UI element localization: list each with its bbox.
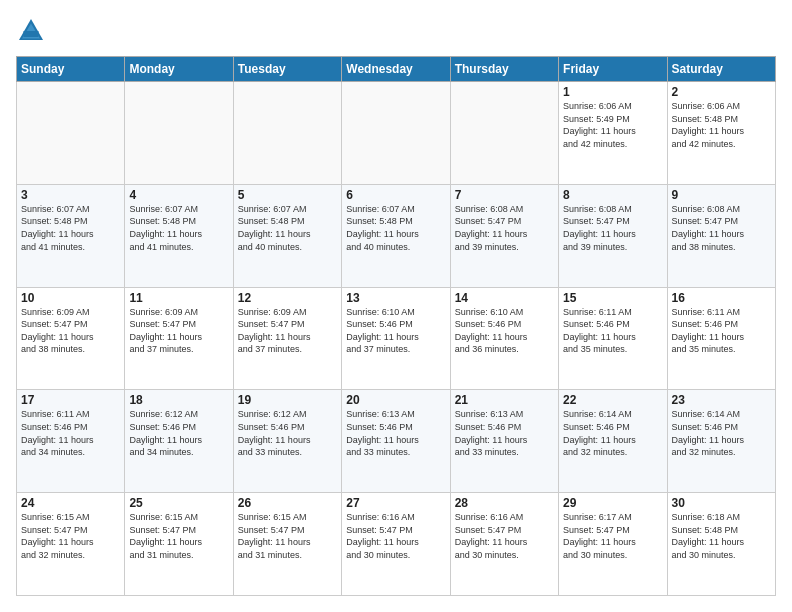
- calendar-cell: [17, 82, 125, 185]
- logo-icon: [16, 16, 46, 46]
- day-info: Sunrise: 6:14 AM Sunset: 5:46 PM Dayligh…: [672, 408, 771, 458]
- weekday-header-friday: Friday: [559, 57, 667, 82]
- calendar-cell: 6Sunrise: 6:07 AM Sunset: 5:48 PM Daylig…: [342, 184, 450, 287]
- day-number: 4: [129, 188, 228, 202]
- day-info: Sunrise: 6:14 AM Sunset: 5:46 PM Dayligh…: [563, 408, 662, 458]
- calendar-cell: [342, 82, 450, 185]
- calendar-cell: 12Sunrise: 6:09 AM Sunset: 5:47 PM Dayli…: [233, 287, 341, 390]
- calendar-cell: 11Sunrise: 6:09 AM Sunset: 5:47 PM Dayli…: [125, 287, 233, 390]
- weekday-header-saturday: Saturday: [667, 57, 775, 82]
- day-info: Sunrise: 6:12 AM Sunset: 5:46 PM Dayligh…: [129, 408, 228, 458]
- day-info: Sunrise: 6:12 AM Sunset: 5:46 PM Dayligh…: [238, 408, 337, 458]
- weekday-header-thursday: Thursday: [450, 57, 558, 82]
- day-number: 30: [672, 496, 771, 510]
- day-info: Sunrise: 6:16 AM Sunset: 5:47 PM Dayligh…: [346, 511, 445, 561]
- day-info: Sunrise: 6:08 AM Sunset: 5:47 PM Dayligh…: [455, 203, 554, 253]
- day-number: 10: [21, 291, 120, 305]
- day-info: Sunrise: 6:18 AM Sunset: 5:48 PM Dayligh…: [672, 511, 771, 561]
- calendar-cell: [233, 82, 341, 185]
- weekday-header-wednesday: Wednesday: [342, 57, 450, 82]
- calendar-cell: 9Sunrise: 6:08 AM Sunset: 5:47 PM Daylig…: [667, 184, 775, 287]
- day-info: Sunrise: 6:09 AM Sunset: 5:47 PM Dayligh…: [21, 306, 120, 356]
- calendar-cell: 2Sunrise: 6:06 AM Sunset: 5:48 PM Daylig…: [667, 82, 775, 185]
- calendar-cell: 23Sunrise: 6:14 AM Sunset: 5:46 PM Dayli…: [667, 390, 775, 493]
- calendar-cell: 26Sunrise: 6:15 AM Sunset: 5:47 PM Dayli…: [233, 493, 341, 596]
- day-info: Sunrise: 6:07 AM Sunset: 5:48 PM Dayligh…: [346, 203, 445, 253]
- calendar-cell: 27Sunrise: 6:16 AM Sunset: 5:47 PM Dayli…: [342, 493, 450, 596]
- day-number: 17: [21, 393, 120, 407]
- day-info: Sunrise: 6:16 AM Sunset: 5:47 PM Dayligh…: [455, 511, 554, 561]
- day-number: 25: [129, 496, 228, 510]
- calendar-cell: 8Sunrise: 6:08 AM Sunset: 5:47 PM Daylig…: [559, 184, 667, 287]
- day-info: Sunrise: 6:08 AM Sunset: 5:47 PM Dayligh…: [672, 203, 771, 253]
- day-number: 2: [672, 85, 771, 99]
- calendar-cell: [450, 82, 558, 185]
- day-number: 7: [455, 188, 554, 202]
- calendar-cell: 4Sunrise: 6:07 AM Sunset: 5:48 PM Daylig…: [125, 184, 233, 287]
- day-info: Sunrise: 6:07 AM Sunset: 5:48 PM Dayligh…: [238, 203, 337, 253]
- day-info: Sunrise: 6:15 AM Sunset: 5:47 PM Dayligh…: [129, 511, 228, 561]
- calendar-cell: 20Sunrise: 6:13 AM Sunset: 5:46 PM Dayli…: [342, 390, 450, 493]
- calendar-cell: 30Sunrise: 6:18 AM Sunset: 5:48 PM Dayli…: [667, 493, 775, 596]
- day-number: 22: [563, 393, 662, 407]
- day-info: Sunrise: 6:11 AM Sunset: 5:46 PM Dayligh…: [563, 306, 662, 356]
- day-info: Sunrise: 6:13 AM Sunset: 5:46 PM Dayligh…: [346, 408, 445, 458]
- calendar-cell: 13Sunrise: 6:10 AM Sunset: 5:46 PM Dayli…: [342, 287, 450, 390]
- day-number: 26: [238, 496, 337, 510]
- calendar-cell: 16Sunrise: 6:11 AM Sunset: 5:46 PM Dayli…: [667, 287, 775, 390]
- day-info: Sunrise: 6:11 AM Sunset: 5:46 PM Dayligh…: [21, 408, 120, 458]
- day-number: 27: [346, 496, 445, 510]
- day-info: Sunrise: 6:10 AM Sunset: 5:46 PM Dayligh…: [346, 306, 445, 356]
- calendar-cell: 3Sunrise: 6:07 AM Sunset: 5:48 PM Daylig…: [17, 184, 125, 287]
- day-number: 20: [346, 393, 445, 407]
- calendar-cell: 19Sunrise: 6:12 AM Sunset: 5:46 PM Dayli…: [233, 390, 341, 493]
- calendar-cell: 25Sunrise: 6:15 AM Sunset: 5:47 PM Dayli…: [125, 493, 233, 596]
- day-number: 11: [129, 291, 228, 305]
- calendar-table: SundayMondayTuesdayWednesdayThursdayFrid…: [16, 56, 776, 596]
- day-number: 9: [672, 188, 771, 202]
- day-info: Sunrise: 6:10 AM Sunset: 5:46 PM Dayligh…: [455, 306, 554, 356]
- header: [16, 16, 776, 46]
- day-info: Sunrise: 6:07 AM Sunset: 5:48 PM Dayligh…: [21, 203, 120, 253]
- day-number: 8: [563, 188, 662, 202]
- day-number: 29: [563, 496, 662, 510]
- calendar-cell: 28Sunrise: 6:16 AM Sunset: 5:47 PM Dayli…: [450, 493, 558, 596]
- calendar-cell: 1Sunrise: 6:06 AM Sunset: 5:49 PM Daylig…: [559, 82, 667, 185]
- logo: [16, 16, 50, 46]
- day-info: Sunrise: 6:13 AM Sunset: 5:46 PM Dayligh…: [455, 408, 554, 458]
- calendar-cell: 15Sunrise: 6:11 AM Sunset: 5:46 PM Dayli…: [559, 287, 667, 390]
- day-number: 18: [129, 393, 228, 407]
- day-number: 1: [563, 85, 662, 99]
- day-number: 28: [455, 496, 554, 510]
- day-info: Sunrise: 6:06 AM Sunset: 5:48 PM Dayligh…: [672, 100, 771, 150]
- day-number: 3: [21, 188, 120, 202]
- day-info: Sunrise: 6:09 AM Sunset: 5:47 PM Dayligh…: [129, 306, 228, 356]
- day-info: Sunrise: 6:06 AM Sunset: 5:49 PM Dayligh…: [563, 100, 662, 150]
- day-number: 21: [455, 393, 554, 407]
- day-number: 14: [455, 291, 554, 305]
- day-info: Sunrise: 6:17 AM Sunset: 5:47 PM Dayligh…: [563, 511, 662, 561]
- calendar-cell: 17Sunrise: 6:11 AM Sunset: 5:46 PM Dayli…: [17, 390, 125, 493]
- weekday-header-sunday: Sunday: [17, 57, 125, 82]
- calendar-cell: 18Sunrise: 6:12 AM Sunset: 5:46 PM Dayli…: [125, 390, 233, 493]
- day-info: Sunrise: 6:15 AM Sunset: 5:47 PM Dayligh…: [238, 511, 337, 561]
- day-number: 13: [346, 291, 445, 305]
- day-info: Sunrise: 6:07 AM Sunset: 5:48 PM Dayligh…: [129, 203, 228, 253]
- day-number: 16: [672, 291, 771, 305]
- page: SundayMondayTuesdayWednesdayThursdayFrid…: [0, 0, 792, 612]
- day-info: Sunrise: 6:15 AM Sunset: 5:47 PM Dayligh…: [21, 511, 120, 561]
- day-number: 19: [238, 393, 337, 407]
- calendar-cell: 24Sunrise: 6:15 AM Sunset: 5:47 PM Dayli…: [17, 493, 125, 596]
- calendar-cell: 5Sunrise: 6:07 AM Sunset: 5:48 PM Daylig…: [233, 184, 341, 287]
- day-number: 15: [563, 291, 662, 305]
- calendar-cell: [125, 82, 233, 185]
- calendar-cell: 21Sunrise: 6:13 AM Sunset: 5:46 PM Dayli…: [450, 390, 558, 493]
- calendar-cell: 7Sunrise: 6:08 AM Sunset: 5:47 PM Daylig…: [450, 184, 558, 287]
- svg-rect-2: [24, 31, 39, 37]
- day-number: 24: [21, 496, 120, 510]
- day-number: 23: [672, 393, 771, 407]
- day-number: 12: [238, 291, 337, 305]
- weekday-header-tuesday: Tuesday: [233, 57, 341, 82]
- calendar-cell: 10Sunrise: 6:09 AM Sunset: 5:47 PM Dayli…: [17, 287, 125, 390]
- day-number: 6: [346, 188, 445, 202]
